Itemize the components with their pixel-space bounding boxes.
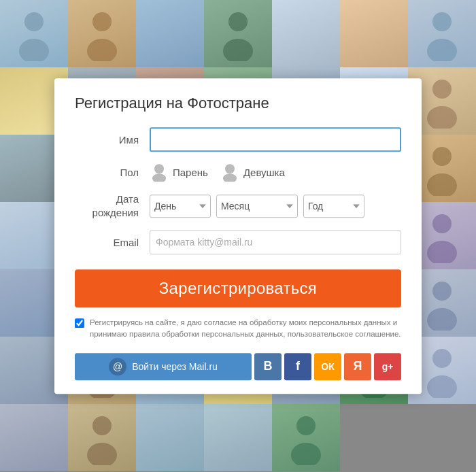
- svg-point-39: [291, 443, 321, 465]
- svg-point-23: [427, 241, 457, 263]
- svg-point-10: [432, 80, 452, 99]
- svg-point-37: [87, 443, 117, 465]
- bg-cell: [340, 0, 408, 67]
- name-label: Имя: [75, 134, 150, 146]
- gender-male-label: Парень: [173, 167, 208, 178]
- registration-form: Регистрация на Фотостране Имя Пол Парень…: [54, 78, 422, 394]
- gender-row: Пол Парень Девушка: [75, 163, 401, 182]
- svg-point-42: [225, 164, 235, 173]
- name-input[interactable]: [150, 127, 401, 152]
- svg-point-28: [432, 282, 452, 301]
- vk-label: В: [264, 359, 273, 373]
- svg-point-17: [427, 173, 457, 196]
- svg-point-16: [432, 147, 452, 166]
- svg-point-0: [24, 12, 44, 31]
- bg-cell: [0, 0, 68, 67]
- svg-point-41: [152, 173, 166, 182]
- gender-female-option[interactable]: Девушка: [220, 163, 285, 182]
- bg-cell: [68, 404, 136, 471]
- svg-point-34: [432, 349, 452, 368]
- fb-label: f: [296, 359, 300, 373]
- email-input[interactable]: [150, 230, 401, 254]
- svg-point-22: [432, 214, 452, 233]
- female-icon: [220, 163, 239, 182]
- bg-cell: [0, 404, 68, 471]
- email-label: Email: [75, 237, 150, 248]
- name-row: Имя: [75, 127, 401, 152]
- bg-cell: [408, 0, 476, 67]
- odnoklassniki-button[interactable]: ОК: [314, 353, 341, 380]
- bg-cell: [136, 0, 204, 67]
- yandex-button[interactable]: Я: [344, 353, 371, 380]
- ya-label: Я: [354, 359, 362, 373]
- mail-ru-button[interactable]: @ Войти через Mail.ru: [75, 353, 252, 380]
- mail-ru-label: Войти через Mail.ru: [132, 361, 218, 372]
- register-button[interactable]: Зарегистрироваться: [75, 269, 401, 307]
- gender-male-option[interactable]: Парень: [150, 163, 208, 182]
- bg-cell: [272, 0, 340, 67]
- ok-label: ОК: [321, 361, 334, 372]
- date-selects: День Месяц Год: [150, 195, 401, 218]
- bg-cell: [68, 0, 136, 67]
- google-plus-button[interactable]: g+: [374, 353, 401, 380]
- social-login-bar: @ Войти через Mail.ru В f ОК Я g+: [75, 353, 401, 380]
- mail-ru-icon: @: [109, 358, 126, 375]
- bg-cell: [204, 404, 272, 471]
- page-title: Регистрация на Фотостране: [75, 95, 401, 112]
- bg-cell: [136, 404, 204, 471]
- svg-point-6: [432, 12, 452, 31]
- gender-female-label: Девушка: [243, 167, 285, 178]
- male-icon: [150, 163, 169, 182]
- svg-point-7: [427, 39, 457, 61]
- svg-point-5: [223, 39, 253, 61]
- consent-text: Регистрируясь на сайте, я даю согласие н…: [90, 317, 401, 341]
- dob-label: Дата рождения: [75, 192, 150, 219]
- bg-cell: [204, 0, 272, 67]
- svg-point-40: [154, 164, 164, 173]
- vk-button[interactable]: В: [254, 353, 282, 380]
- svg-point-3: [87, 39, 117, 61]
- gender-label: Пол: [75, 167, 150, 178]
- dob-row: Дата рождения День Месяц Год: [75, 192, 401, 219]
- svg-point-4: [228, 12, 248, 31]
- bg-cell: [272, 404, 340, 471]
- svg-point-11: [427, 106, 457, 129]
- svg-point-35: [427, 375, 457, 398]
- day-select[interactable]: День: [150, 195, 211, 218]
- svg-point-38: [296, 416, 316, 435]
- svg-point-43: [223, 173, 237, 182]
- year-select[interactable]: Год: [303, 195, 364, 218]
- email-row: Email: [75, 230, 401, 254]
- svg-point-36: [92, 416, 112, 435]
- svg-point-29: [427, 308, 457, 331]
- gender-options: Парень Девушка: [150, 163, 285, 182]
- facebook-button[interactable]: f: [284, 353, 311, 380]
- svg-point-1: [19, 39, 49, 61]
- month-select[interactable]: Месяц: [216, 195, 298, 218]
- svg-point-2: [92, 12, 112, 31]
- gplus-label: g+: [382, 361, 394, 372]
- consent-row: Регистрируясь на сайте, я даю согласие н…: [75, 317, 401, 341]
- consent-checkbox[interactable]: [75, 318, 84, 328]
